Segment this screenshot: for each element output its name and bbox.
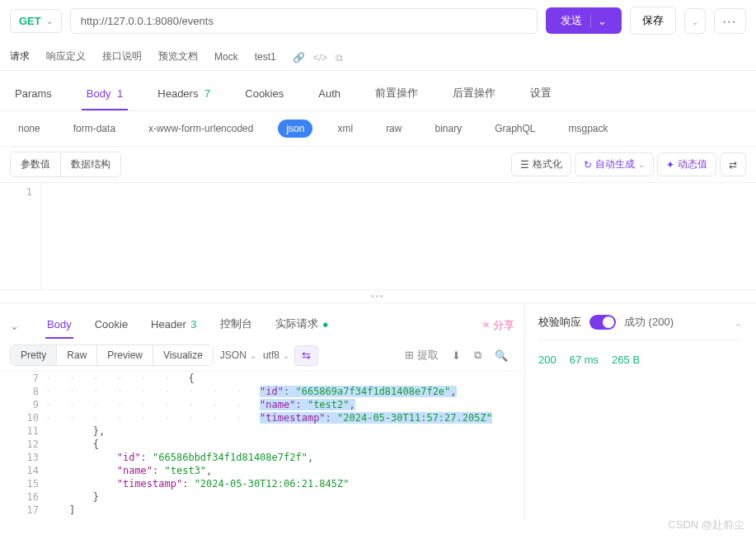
extract-button[interactable]: ⊞ 提取 xyxy=(398,344,445,366)
response-time: 67 ms xyxy=(570,354,599,366)
chevron-down-icon[interactable]: ⌄ xyxy=(734,316,743,329)
dynamic-button[interactable]: ✦ 动态值 xyxy=(657,152,716,176)
save-dropdown[interactable]: ⌄ xyxy=(684,8,706,34)
param-value-tab[interactable]: 参数值 xyxy=(11,152,61,176)
bodytype-none[interactable]: none xyxy=(10,120,49,138)
bodytype-form-data[interactable]: form-data xyxy=(65,120,124,138)
fmt-visualize[interactable]: Visualize xyxy=(153,345,213,365)
share-button[interactable]: ∝ 分享 xyxy=(482,318,514,333)
format-button[interactable]: ☰ 格式化 xyxy=(511,152,571,176)
method-label: GET xyxy=(19,15,41,27)
bodytype-msgpack[interactable]: msgpack xyxy=(561,120,617,138)
resp-tab-Header[interactable]: Header 3 xyxy=(149,313,198,339)
resize-handle[interactable]: ••• xyxy=(0,289,756,302)
save-button[interactable]: 保存 xyxy=(630,7,676,35)
tab-headers[interactable]: Headers 7 xyxy=(153,82,215,110)
subtab-响应定义[interactable]: 响应定义 xyxy=(46,45,86,70)
tab-body[interactable]: Body 1 xyxy=(82,82,128,110)
tab-后置操作[interactable]: 后置操作 xyxy=(448,81,500,110)
expand-button[interactable]: ⇄ xyxy=(720,152,746,176)
tab-前置操作[interactable]: 前置操作 xyxy=(370,81,423,110)
copy-icon[interactable]: ⧉ xyxy=(336,52,343,63)
collapse-response-icon[interactable]: ⌄ xyxy=(10,320,19,332)
wrap-icon[interactable]: ⇆ xyxy=(294,345,318,366)
bodytype-GraphQL[interactable]: GraphQL xyxy=(486,120,543,138)
bodytype-raw[interactable]: raw xyxy=(378,120,410,138)
verify-toggle[interactable] xyxy=(589,315,616,330)
autogen-button[interactable]: ↻ 自动生成 ⌄ xyxy=(575,152,654,176)
resp-tab-Body[interactable]: Body xyxy=(45,313,73,339)
search-icon[interactable]: 🔍 xyxy=(488,346,514,365)
subtab-预览文档[interactable]: 预览文档 xyxy=(158,45,198,70)
download-icon[interactable]: ⬇ xyxy=(445,346,467,365)
copy-response-icon[interactable]: ⧉ xyxy=(467,345,488,365)
fmt-preview[interactable]: Preview xyxy=(97,345,153,365)
resp-tab-控制台[interactable]: 控制台 xyxy=(218,312,254,340)
response-body-viewer[interactable]: 7891011121314151617 · · · · · · {· · · ·… xyxy=(0,372,524,520)
subtab-接口说明[interactable]: 接口说明 xyxy=(102,45,142,70)
code-icon[interactable]: </> xyxy=(313,52,327,63)
link-icon[interactable]: 🔗 xyxy=(293,52,305,63)
bodytype-x-www-form-urlencoded[interactable]: x-www-form-urlencoded xyxy=(140,120,261,138)
send-button[interactable]: 发送 ⌄ xyxy=(546,7,622,34)
subtabs: 请求响应定义接口说明预览文档Mocktest1 🔗 </> ⧉ xyxy=(0,41,756,71)
request-body-editor[interactable]: 1 xyxy=(0,182,756,289)
resp-tab-Cookie[interactable]: Cookie xyxy=(93,313,129,339)
status-code: 200 xyxy=(538,354,556,366)
subtab-请求[interactable]: 请求 xyxy=(10,45,30,70)
method-select[interactable]: GET ⌄ xyxy=(10,9,62,33)
subtab-test1[interactable]: test1 xyxy=(255,46,276,69)
response-size: 265 B xyxy=(612,354,640,366)
verify-result: 成功 (200) xyxy=(624,315,674,330)
bodytypes: noneform-datax-www-form-urlencodedjsonxm… xyxy=(0,111,756,147)
data-struct-tab[interactable]: 数据结构 xyxy=(61,152,120,176)
resp-tab-实际请求[interactable]: 实际请求 • xyxy=(274,312,331,340)
chevron-down-icon: ⌄ xyxy=(46,16,53,26)
tab-设置[interactable]: 设置 xyxy=(525,81,556,110)
tab-params[interactable]: Params xyxy=(10,82,57,110)
bodytype-json[interactable]: json xyxy=(278,120,312,138)
encoding-select[interactable]: utf8 ⌄ xyxy=(263,349,289,361)
subtab-Mock[interactable]: Mock xyxy=(214,46,238,69)
chevron-down-icon[interactable]: ⌄ xyxy=(590,15,607,27)
fmt-raw[interactable]: Raw xyxy=(57,345,97,365)
more-button[interactable]: ··· xyxy=(714,8,746,34)
bodytype-binary[interactable]: binary xyxy=(426,120,470,138)
tab-cookies[interactable]: Cookies xyxy=(240,82,289,110)
tab-auth[interactable]: Auth xyxy=(313,82,345,110)
bodytype-xml[interactable]: xml xyxy=(329,120,361,138)
format-type-select[interactable]: JSON ⌄ xyxy=(220,349,256,361)
verify-response-label: 校验响应 xyxy=(538,315,581,330)
url-input[interactable] xyxy=(70,8,538,34)
fmt-pretty[interactable]: Pretty xyxy=(11,345,57,365)
maintabs: ParamsBody 1Headers 7CookiesAuth前置操作后置操作… xyxy=(0,71,756,111)
